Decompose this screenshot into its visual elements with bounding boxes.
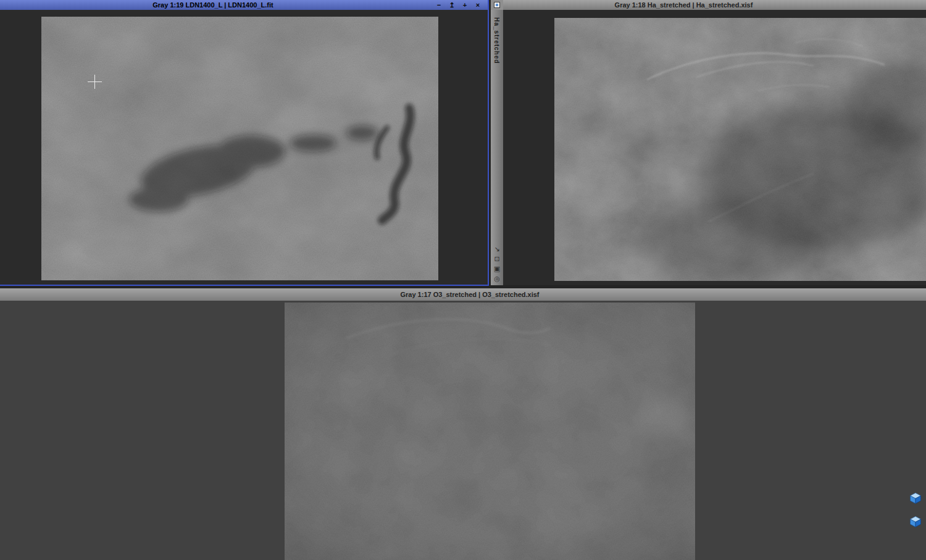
process-icon-1[interactable] bbox=[910, 493, 921, 504]
resize-icon[interactable]: ↘ bbox=[494, 246, 499, 253]
image-view-ldn1400[interactable] bbox=[41, 17, 438, 280]
zoom-button[interactable]: + bbox=[461, 0, 469, 10]
screen-transfer-icon[interactable]: ◎ bbox=[494, 275, 500, 282]
titlebar-o3[interactable]: Gray 1:17 O3_stretched | O3_stretched.xi… bbox=[0, 288, 926, 301]
view-selector-icon[interactable] bbox=[491, 0, 503, 10]
crosshair-vertical bbox=[94, 75, 95, 89]
shade-button[interactable]: ↥ bbox=[448, 0, 456, 10]
duplicate-view-icon[interactable]: ▣ bbox=[494, 265, 500, 272]
view-selector-glyph bbox=[494, 2, 500, 8]
window-title-ha: Gray 1:18 Ha_stretched | Ha_stretched.xi… bbox=[615, 1, 753, 9]
window-ha-stretched[interactable]: Gray 1:18 Ha_stretched | Ha_stretched.xi… bbox=[491, 0, 926, 285]
process-icon-2[interactable] bbox=[910, 516, 921, 527]
titlebar-ldn1400[interactable]: Gray 1:19 LDN1400_L | LDN1400_L.fit − ↥ … bbox=[0, 0, 488, 10]
window-sidebar-ha: Ha_stretched ↘ ⊡ ▣ ◎ bbox=[491, 10, 503, 285]
blue-cube-icon bbox=[910, 493, 921, 504]
fit-view-icon[interactable]: ⊡ bbox=[494, 256, 499, 262]
blue-cube-icon bbox=[910, 516, 921, 527]
workspace[interactable]: Gray 1:17 O3_stretched | O3_stretched.xi… bbox=[0, 0, 926, 560]
window-o3-stretched[interactable]: Gray 1:17 O3_stretched | O3_stretched.xi… bbox=[0, 288, 926, 560]
view-tab-ha[interactable]: Ha_stretched bbox=[493, 17, 500, 64]
window-ldn1400[interactable]: Gray 1:19 LDN1400_L | LDN1400_L.fit − ↥ … bbox=[0, 0, 489, 286]
iconize-button[interactable]: − bbox=[435, 0, 443, 10]
image-view-ha[interactable] bbox=[554, 18, 926, 281]
sidebar-icon-group: ↘ ⊡ ▣ ◎ bbox=[491, 246, 503, 282]
titlebar-ha[interactable]: Gray 1:18 Ha_stretched | Ha_stretched.xi… bbox=[491, 0, 926, 10]
image-view-o3[interactable] bbox=[285, 303, 695, 560]
window-controls: − ↥ + × bbox=[435, 0, 482, 10]
window-title-o3: Gray 1:17 O3_stretched | O3_stretched.xi… bbox=[400, 291, 539, 298]
window-title-ldn1400: Gray 1:19 LDN1400_L | LDN1400_L.fit bbox=[152, 1, 273, 9]
close-button[interactable]: × bbox=[473, 0, 482, 10]
astro-image-ha bbox=[554, 18, 926, 281]
astro-image-ldn1400 bbox=[41, 17, 438, 280]
astro-image-o3 bbox=[285, 303, 695, 560]
